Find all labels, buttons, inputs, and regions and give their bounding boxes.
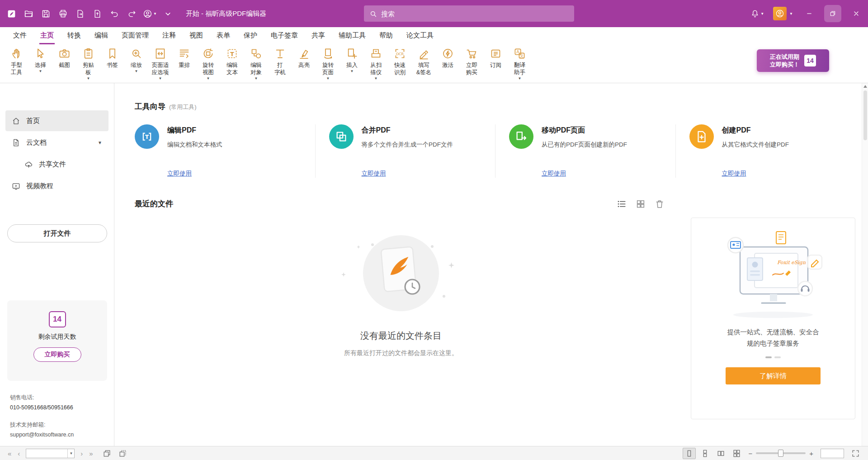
view-control-icon[interactable] xyxy=(617,199,627,209)
last-page-button[interactable]: » xyxy=(86,450,96,457)
tool-card[interactable]: 编辑PDF 编辑文档和文本格式 立即使用 xyxy=(135,124,315,178)
view-control-icon[interactable] xyxy=(655,199,665,209)
sidebar-item[interactable]: 共享文件 xyxy=(5,154,108,175)
ribbon-tool[interactable]: 选择 ▼ xyxy=(28,47,52,73)
menu-item[interactable]: 保护 xyxy=(237,27,264,44)
ribbon-tool[interactable]: 从扫 描仪 ▼ xyxy=(364,47,388,81)
use-now-link[interactable]: 立即使用 xyxy=(362,170,386,178)
ribbon-tool[interactable]: 翻译 助手 ▼ xyxy=(508,47,532,81)
titlebar-button[interactable]: ▼ xyxy=(141,5,159,22)
titlebar-button[interactable] xyxy=(124,5,139,22)
zoom-slider[interactable] xyxy=(756,452,806,454)
page-layout-button[interactable] xyxy=(683,448,696,459)
learn-more-button[interactable]: 了解详情 xyxy=(726,367,821,384)
menu-item[interactable]: 电子签章 xyxy=(264,27,305,44)
previous-page-button[interactable]: ‹ xyxy=(14,450,23,457)
menu-item[interactable]: 页面管理 xyxy=(115,27,156,44)
vertical-scrollbar[interactable] xyxy=(862,83,868,446)
menu-item[interactable]: 论文工具 xyxy=(400,27,440,44)
trial-purchase-badge[interactable]: 正在试用期 立即购买！ 14 xyxy=(757,49,829,72)
ribbon-tool[interactable]: 手型 工具 xyxy=(5,47,28,76)
sidebar-item[interactable]: 云文档 ▼ xyxy=(5,132,108,153)
zoom-in-button[interactable]: + xyxy=(806,450,817,457)
view-tool-button[interactable] xyxy=(116,448,129,459)
menu-item[interactable]: 表单 xyxy=(210,27,237,44)
view-tool-button[interactable] xyxy=(100,448,113,459)
sidebar-item[interactable]: 首页 xyxy=(5,110,108,131)
titlebar-button[interactable] xyxy=(107,5,122,22)
menu-item[interactable]: 文件 xyxy=(6,27,33,44)
scroll-up-arrow-icon[interactable] xyxy=(863,85,867,88)
ribbon-tool[interactable]: 打 字机 xyxy=(268,47,292,76)
zoom-slider-thumb[interactable] xyxy=(778,450,783,457)
titlebar-button[interactable] xyxy=(4,5,19,22)
page-layout-button[interactable] xyxy=(714,448,727,459)
menu-item[interactable]: 主页 xyxy=(33,27,61,44)
use-now-link[interactable]: 立即使用 xyxy=(722,170,746,178)
carousel-dot[interactable] xyxy=(774,356,781,358)
notifications-button[interactable]: ▼ xyxy=(746,0,769,27)
restore-button[interactable] xyxy=(821,0,844,27)
use-now-link[interactable]: 立即使用 xyxy=(167,170,192,178)
account-menu[interactable]: ▼ xyxy=(769,0,797,27)
open-file-button[interactable]: 打开文件 xyxy=(7,224,107,242)
minimize-button[interactable] xyxy=(797,0,821,27)
view-control-icon[interactable] xyxy=(636,199,646,209)
ribbon-tool-label: 打 字机 xyxy=(274,62,286,76)
titlebar-button[interactable] xyxy=(90,5,105,22)
ribbon-tool[interactable]: 重排 xyxy=(172,47,196,69)
ribbon-tool[interactable]: 插入 ▼ xyxy=(340,47,364,73)
ribbon-tool[interactable]: 页面适 应选项 ▼ xyxy=(148,47,172,81)
ribbon-tool[interactable]: 截图 xyxy=(52,47,76,69)
fullscreen-button[interactable] xyxy=(849,448,862,459)
ribbon-tool[interactable]: 书签 xyxy=(100,47,124,69)
ribbon-tool[interactable]: 高亮 xyxy=(292,47,316,69)
use-now-link[interactable]: 立即使用 xyxy=(542,170,566,178)
ribbon-tool[interactable]: 编辑 文本 xyxy=(220,47,244,76)
menu-item[interactable]: 共享 xyxy=(305,27,332,44)
page-number-input[interactable] xyxy=(26,450,67,456)
titlebar-button[interactable] xyxy=(72,5,88,22)
ribbon-tool[interactable]: 填写 &签名 xyxy=(412,47,436,76)
tool-card[interactable]: 创建PDF 从其它格式文件创建PDF 立即使用 xyxy=(675,124,856,178)
tool-card[interactable]: 合并PDF 将多个文件合并生成一个PDF文件 立即使用 xyxy=(315,124,495,178)
buy-now-button[interactable]: 立即购买 xyxy=(33,347,81,362)
menu-item[interactable]: 编辑 xyxy=(88,27,115,44)
ribbon-tool[interactable]: 剪贴 板 ▼ xyxy=(76,47,100,81)
ribbon-tool[interactable]: 快速 识别 xyxy=(388,47,412,76)
titlebar-button[interactable] xyxy=(21,5,36,22)
ribbon-tool[interactable]: 立即 购买 xyxy=(460,47,484,76)
zoom-out-button[interactable]: − xyxy=(745,450,756,457)
menu-item[interactable]: 辅助工具 xyxy=(332,27,373,44)
support-email[interactable]: support@foxitsoftware.cn xyxy=(10,430,74,440)
tool-card[interactable]: 移动PDF页面 从已有的PDF页面创建新的PDF 立即使用 xyxy=(495,124,675,178)
page-layout-button[interactable] xyxy=(730,448,743,459)
first-page-button[interactable]: « xyxy=(5,450,14,457)
menu-item[interactable]: 帮助 xyxy=(373,27,400,44)
ribbon-tool[interactable]: 订阅 xyxy=(484,47,508,69)
titlebar-button[interactable] xyxy=(160,5,176,22)
titlebar-button[interactable] xyxy=(55,5,71,22)
ribbon-tool[interactable]: 旋转 视图 ▼ xyxy=(196,47,220,81)
user-icon xyxy=(775,9,784,18)
menu-item[interactable]: 注释 xyxy=(156,27,183,44)
scrollbar-thumb[interactable] xyxy=(863,90,867,140)
page-layout-button[interactable] xyxy=(698,448,712,459)
ribbon-tool[interactable]: 缩放 ▼ xyxy=(124,47,148,73)
global-search[interactable] xyxy=(364,5,574,22)
titlebar-button[interactable] xyxy=(38,5,53,22)
sidebar-item[interactable]: 视频教程 xyxy=(5,175,108,196)
menu-item[interactable]: 转换 xyxy=(61,27,88,44)
ribbon-tool[interactable]: 激活 xyxy=(436,47,460,69)
carousel-dot[interactable] xyxy=(765,356,772,358)
menu-item[interactable]: 视图 xyxy=(183,27,210,44)
search-input[interactable] xyxy=(381,10,569,18)
ribbon-tool[interactable]: 编辑 对象 ▼ xyxy=(244,47,268,81)
ribbon-tool-label: 书签 xyxy=(107,62,118,69)
next-page-button[interactable]: › xyxy=(77,450,86,457)
zoom-percentage-box[interactable] xyxy=(821,449,844,458)
close-button[interactable] xyxy=(844,0,868,27)
ribbon-tool[interactable]: 旋转 页面 ▼ xyxy=(316,47,340,81)
dropdown-caret-icon[interactable]: ▼ xyxy=(67,449,74,458)
page-number-box[interactable]: ▼ xyxy=(26,449,75,458)
